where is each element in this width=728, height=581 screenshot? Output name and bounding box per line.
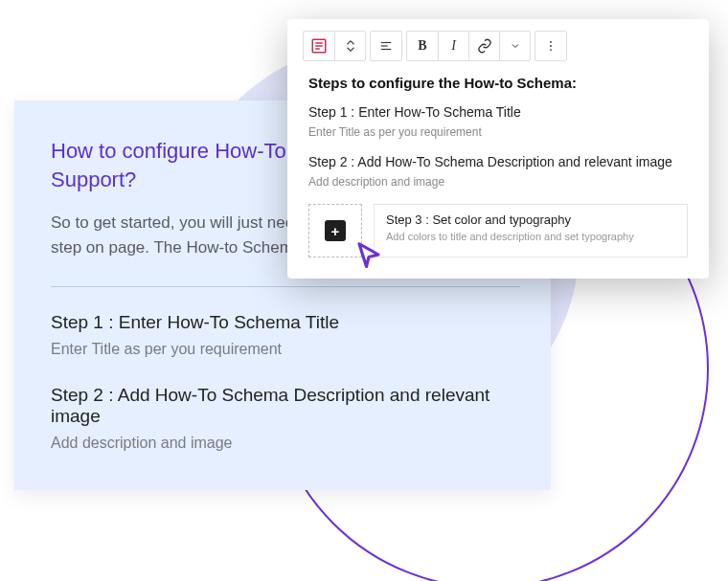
preview-step-1: Step 1 : Enter How-To Schema Title Enter… [51,312,520,358]
more-inline-button[interactable] [499,32,530,60]
step3-input[interactable]: Step 3 : Set color and typography Add co… [374,204,688,257]
link-button[interactable] [468,32,499,60]
step-desc: Add colors to title and description and … [386,231,675,242]
options-button[interactable] [535,32,566,60]
bold-button[interactable]: B [407,32,438,60]
step-title: Step 2 : Add How-To Schema Description a… [308,154,688,169]
step-title: Step 1 : Enter How-To Schema Title [308,104,688,120]
add-block-button[interactable]: + [308,204,362,257]
preview-step-2: Step 2 : Add How-To Schema Description a… [51,385,520,452]
step-title: Step 2 : Add How-To Schema Description a… [51,385,520,427]
editor-step-3: + Step 3 : Set color and typography Add … [308,204,688,257]
editor-heading[interactable]: Steps to configure the How-to Schema: [308,75,688,91]
transform-button[interactable] [334,32,365,60]
step-desc: Add description and image [51,435,520,452]
editor-step-1[interactable]: Step 1 : Enter How-To Schema Title Enter… [308,104,688,139]
plus-icon: + [325,220,346,241]
editor-step-2[interactable]: Step 2 : Add How-To Schema Description a… [308,154,688,189]
step-desc: Enter Title as per you requirement [51,341,520,358]
editor-panel: B I Steps to configure the How-to Schema… [287,19,709,279]
svg-point-8 [550,45,552,47]
editor-body: Steps to configure the How-to Schema: St… [287,71,709,263]
block-type-button[interactable] [304,32,334,60]
step-title: Step 3 : Set color and typography [386,212,675,227]
step-desc: Add description and image [308,175,688,189]
divider [51,286,520,287]
svg-point-9 [550,49,552,51]
svg-point-7 [550,41,552,43]
italic-button[interactable]: I [438,32,468,60]
block-toolbar: B I [287,19,709,71]
step-title: Step 1 : Enter How-To Schema Title [51,312,520,333]
step-desc: Enter Title as per you requirement [308,125,688,139]
align-button[interactable] [371,32,401,60]
